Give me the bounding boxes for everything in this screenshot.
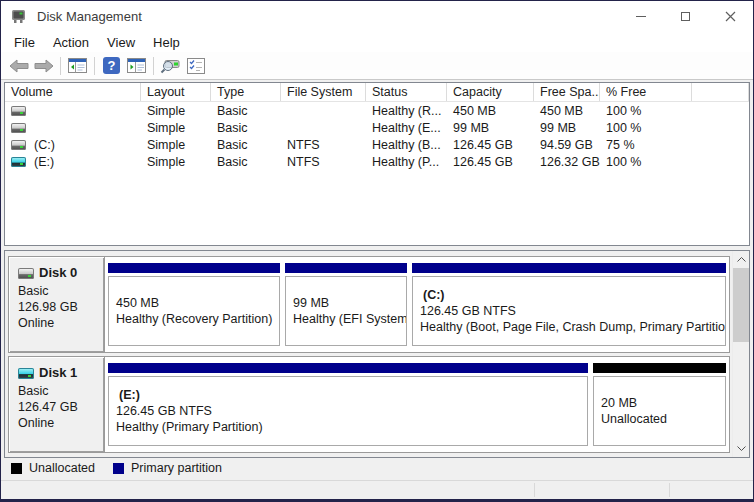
disk-name: Disk 0	[18, 265, 100, 281]
back-button[interactable]	[6, 54, 31, 78]
forward-button[interactable]	[31, 54, 56, 78]
legend-item-unallocated: Unallocated	[11, 461, 95, 475]
content-area: VolumeLayoutTypeFile SystemStatusCapacit…	[1, 80, 753, 480]
volume-row[interactable]: (E:)SimpleBasicNTFSHealthy (P...126.45 G…	[5, 153, 749, 170]
status-bar	[1, 480, 753, 499]
cell-type: Basic	[211, 138, 281, 152]
scrollbar-down-button[interactable]	[733, 440, 750, 457]
cell-capacity: 126.45 GB	[447, 155, 534, 169]
partition-body: 450 MBHealthy (Recovery Partition)	[108, 276, 280, 346]
cell-type: Basic	[211, 104, 281, 118]
volume-row[interactable]: SimpleBasicHealthy (E...99 MB99 MB100 %	[5, 119, 749, 136]
volume-drive-icon	[11, 106, 26, 116]
cell-volume: (C:)	[5, 138, 141, 152]
cell-volume	[5, 123, 141, 133]
partition-color-bar	[108, 363, 588, 373]
minimize-icon	[636, 16, 646, 17]
menu-item-file[interactable]: File	[5, 33, 44, 52]
cell-layout: Simple	[141, 155, 211, 169]
chevron-down-icon	[737, 446, 746, 451]
menu-item-help[interactable]: Help	[144, 33, 189, 52]
disk-name-label: Disk 1	[39, 365, 77, 381]
console-tree-icon	[68, 58, 87, 73]
cell-capacity: 99 MB	[447, 121, 534, 135]
help-button[interactable]: ?	[99, 54, 124, 78]
column-header-filler	[692, 83, 749, 101]
partition-status: Unallocated	[601, 411, 725, 427]
cell-layout: Simple	[141, 104, 211, 118]
toolbar-separator	[60, 57, 61, 75]
window-controls	[618, 1, 753, 32]
partition-size: 20 MB	[601, 395, 725, 411]
volume-drive-icon	[11, 123, 26, 133]
disk-icon	[18, 268, 34, 279]
cell-layout: Simple	[141, 121, 211, 135]
disk-name-label: Disk 0	[39, 265, 77, 281]
legend-swatch	[113, 463, 124, 474]
disk-info-panel-disk-0[interactable]: Disk 0Basic126.98 GBOnline	[9, 257, 105, 352]
partition-healthy-efi-system-partition[interactable]: 99 MBHealthy (EFI System Partition)	[285, 263, 407, 346]
minimize-button[interactable]	[618, 1, 663, 32]
cell-file-system: NTFS	[281, 138, 366, 152]
column-header-free-spa[interactable]: Free Spa...	[534, 83, 600, 101]
partition-label: (C:)	[420, 287, 725, 303]
disk-row-disk-1: Disk 1Basic126.47 GBOnline(E:)126.45 GB …	[8, 356, 730, 453]
volume-drive-icon	[11, 140, 26, 150]
cell-volume	[5, 106, 141, 116]
menu-item-view[interactable]: View	[98, 33, 144, 52]
disk-inspect-button[interactable]	[158, 54, 183, 78]
status-bar-separator	[669, 483, 670, 497]
volume-row[interactable]: (C:)SimpleBasicNTFSHealthy (B...126.45 G…	[5, 136, 749, 153]
cell-free-space: 450 MB	[534, 104, 600, 118]
disk-status: Online	[18, 315, 100, 331]
partition-size: 126.45 GB NTFS	[116, 403, 587, 419]
scrollbar-thumb[interactable]	[733, 268, 750, 342]
task-list-button[interactable]	[183, 54, 208, 78]
legend-label: Primary partition	[131, 461, 222, 475]
partition-status: Healthy (Boot, Page File, Crash Dump, Pr…	[420, 319, 725, 335]
show-console-tree-button[interactable]	[65, 54, 90, 78]
partition-size: 450 MB	[116, 295, 279, 311]
maximize-icon	[681, 12, 690, 21]
partition-size: 126.45 GB NTFS	[420, 303, 725, 319]
cell-layout: Simple	[141, 138, 211, 152]
partition-label: (E:)	[116, 387, 587, 403]
partition-status: Healthy (Recovery Partition)	[116, 311, 279, 327]
column-header-free[interactable]: % Free	[600, 83, 692, 101]
column-header-type[interactable]: Type	[211, 83, 281, 101]
column-header-file-system[interactable]: File System	[281, 83, 366, 101]
task-list-icon	[187, 58, 205, 74]
cell-status: Healthy (B...	[366, 138, 447, 152]
cell-status: Healthy (E...	[366, 121, 447, 135]
menu-item-action[interactable]: Action	[44, 33, 98, 52]
disk-info-panel-disk-1[interactable]: Disk 1Basic126.47 GBOnline	[9, 357, 105, 452]
scrollbar-up-button[interactable]	[733, 251, 750, 268]
partition-c[interactable]: (C:)126.45 GB NTFSHealthy (Boot, Page Fi…	[412, 263, 726, 346]
partition-healthy-recovery-partition[interactable]: 450 MBHealthy (Recovery Partition)	[108, 263, 280, 346]
column-header-status[interactable]: Status	[366, 83, 447, 101]
cell-file-system: NTFS	[281, 155, 366, 169]
cell-pct-free: 75 %	[600, 138, 692, 152]
volume-label: (E:)	[34, 155, 54, 169]
cell-status: Healthy (P...	[366, 155, 447, 169]
partitions: (E:)126.45 GB NTFSHealthy (Primary Parti…	[105, 357, 729, 452]
partition-unallocated[interactable]: 20 MBUnallocated	[593, 363, 726, 446]
column-header-volume[interactable]: Volume	[5, 83, 141, 101]
show-action-pane-button[interactable]	[124, 54, 149, 78]
column-header-capacity[interactable]: Capacity	[447, 83, 534, 101]
app-icon	[11, 9, 27, 24]
partition-e[interactable]: (E:)126.45 GB NTFSHealthy (Primary Parti…	[108, 363, 588, 446]
toolbar-separator	[94, 57, 95, 75]
close-button[interactable]	[708, 1, 753, 32]
volume-list-pane: VolumeLayoutTypeFile SystemStatusCapacit…	[4, 82, 750, 246]
cell-pct-free: 100 %	[600, 155, 692, 169]
maximize-button[interactable]	[663, 1, 708, 32]
volume-row[interactable]: SimpleBasicHealthy (R...450 MB450 MB100 …	[5, 102, 749, 119]
volume-drive-icon	[11, 157, 26, 167]
column-header-layout[interactable]: Layout	[141, 83, 211, 101]
disk-size: 126.47 GB	[18, 399, 100, 415]
volume-list-body: SimpleBasicHealthy (R...450 MB450 MB100 …	[5, 102, 749, 170]
status-bar-separator	[534, 483, 535, 497]
menubar: FileActionViewHelp	[1, 32, 753, 52]
disk-kind: Basic	[18, 383, 100, 399]
